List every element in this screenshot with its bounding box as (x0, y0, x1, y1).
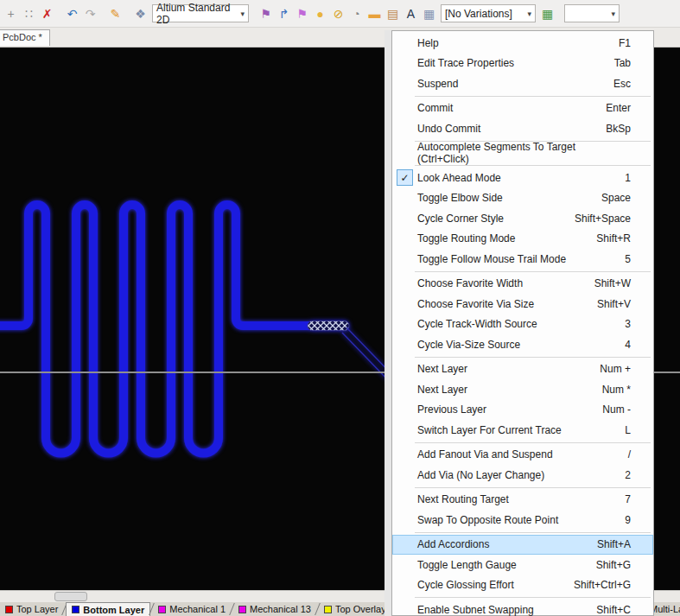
menu-item-shortcut: BkSp (606, 123, 646, 135)
empty-dropdown[interactable]: ▾ (564, 4, 620, 22)
delete-cross-icon[interactable]: ✗ (39, 5, 55, 22)
layer-tab-mechanical-13[interactable]: Mechanical 13 (233, 602, 316, 616)
menu-item-label: Add Accordions (417, 538, 588, 550)
menu-item-label: Edit Trace Properties (417, 57, 606, 69)
menu-item-next-layer[interactable]: Next LayerNum * (392, 379, 653, 400)
horizontal-scrollbar-thumb[interactable] (54, 592, 87, 601)
variations-dropdown[interactable]: [No Variations] ▾ (441, 4, 536, 22)
menu-item-shortcut: / (628, 448, 646, 460)
menu-item-label: Undo Commit (417, 123, 597, 135)
accordion-trace (0, 205, 308, 454)
toolbar-tail-icon-group: ▦ (538, 5, 562, 22)
interactive-routing-flag-icon[interactable]: ⚑ (257, 5, 274, 22)
menu-separator-line (415, 597, 651, 598)
menu-item-add-via-no-layer-change[interactable]: Add Via (No Layer Change)2 (392, 465, 653, 486)
layer-tab-label: Mechanical 13 (250, 604, 311, 614)
checkmark-icon: ✓ (397, 169, 413, 186)
layer-tab-label: Bottom Layer (83, 605, 144, 615)
menu-item-toggle-routing-mode[interactable]: Toggle Routing ModeShift+R (392, 229, 653, 250)
menu-item-shortcut: Shift+Space (575, 213, 646, 225)
menu-item-label: Next Routing Target (417, 493, 616, 505)
menu-item-enable-subnet-swapping[interactable]: Enable Subnet SwappingShift+C (392, 600, 653, 616)
menu-separator-line (415, 442, 651, 443)
menu-item-shortcut: Space (601, 192, 646, 204)
board-insight-icon[interactable]: ❖ (132, 5, 149, 22)
menu-separator-line (415, 532, 651, 533)
menu-item-gutter: ✓ (392, 169, 417, 186)
menu-item-label: Add Fanout Via and Suspend (417, 448, 620, 460)
menu-item-label: Previous Layer (417, 403, 594, 416)
menu-item-label: Choose Favorite Width (417, 277, 586, 289)
pad-rect-icon[interactable]: ▬ (366, 5, 383, 22)
menu-item-shortcut: 5 (625, 253, 646, 265)
menu-item-choose-favorite-via-size[interactable]: Choose Favorite Via SizeShift+V (392, 294, 653, 314)
route-select-arrow-icon[interactable]: ↱ (276, 5, 292, 22)
menu-separator-line (415, 487, 651, 488)
layer-color-swatch (158, 606, 166, 613)
variant-chip-icon[interactable]: ▦ (539, 5, 556, 22)
context-menu-shadow (384, 30, 391, 616)
layer-tab-top-overlay[interactable]: Top Overlay (319, 602, 391, 616)
key-icon[interactable]: ⊘ (330, 5, 346, 22)
routing-conflict-flag-icon[interactable]: ⚑ (294, 5, 310, 22)
menu-item-cycle-glossing-effort[interactable]: Cycle Glossing EffortShift+Ctrl+G (392, 575, 653, 596)
menu-item-undo-commit[interactable]: Undo CommitBkSp (392, 118, 653, 139)
menu-separator-line (415, 96, 651, 97)
menu-item-cycle-corner-style[interactable]: Cycle Corner StyleShift+Space (392, 208, 653, 229)
redo-icon[interactable]: ↷ (82, 5, 99, 22)
crosshair-icon[interactable]: + (3, 5, 19, 22)
view-mode-dropdown[interactable]: Altium Standard 2D ▾ (152, 4, 249, 22)
layer-tab-bottom-layer[interactable]: Bottom Layer (66, 602, 150, 616)
menu-item-autocomplete-segments-to-target-ctrl-click[interactable]: Autocomplete Segments To Target (Ctrl+Cl… (392, 143, 653, 164)
menu-item-shortcut: Shift+C (596, 604, 646, 616)
menu-item-label: Add Via (No Layer Change) (417, 469, 616, 481)
menu-item-label: Toggle Elbow Side (417, 192, 593, 204)
menu-item-label: Cycle Corner Style (417, 213, 566, 225)
menu-item-help[interactable]: HelpF1 (392, 33, 653, 54)
menu-item-suspend[interactable]: SuspendEsc (392, 73, 653, 94)
menu-item-shortcut: Shift+Ctrl+G (574, 579, 646, 591)
chevron-down-icon[interactable]: ▾ (522, 10, 531, 18)
menu-item-choose-favorite-width[interactable]: Choose Favorite WidthShift+W (392, 274, 653, 295)
layer-tab-label: Top Overlay (335, 604, 386, 614)
gauge-icon[interactable]: ◔ (348, 5, 365, 22)
menu-item-shortcut: Shift+W (594, 277, 646, 289)
menu-item-add-fanout-via-and-suspend[interactable]: Add Fanout Via and Suspend/ (392, 445, 653, 466)
menu-item-toggle-follow-mouse-trail-mode[interactable]: Toggle Follow Mouse Trail Mode5 (392, 249, 653, 270)
menu-item-next-layer[interactable]: Next LayerNum + (392, 359, 653, 380)
layer-tab-label: Mechanical 1 (169, 604, 226, 614)
menu-item-edit-trace-properties[interactable]: Edit Trace PropertiesTab (392, 54, 653, 74)
snap-point-icon[interactable]: ∷ (21, 5, 37, 22)
chevron-down-icon[interactable]: ▾ (606, 10, 615, 18)
menu-item-label: Next Layer (417, 363, 591, 375)
menu-item-toggle-length-gauge[interactable]: Toggle Length GaugeShift+G (392, 555, 653, 575)
menu-separator-line (415, 357, 651, 358)
menu-item-cycle-via-size-source[interactable]: Cycle Via-Size Source4 (392, 334, 653, 355)
menu-item-switch-layer-for-current-trace[interactable]: Switch Layer For Current TraceL (392, 420, 653, 441)
menu-item-label: Cycle Via-Size Source (417, 339, 616, 351)
layer-tab-mechanical-1[interactable]: Mechanical 1 (153, 602, 231, 616)
component-chip-icon[interactable]: ▦ (421, 5, 437, 22)
menu-item-next-routing-target[interactable]: Next Routing Target7 (392, 490, 653, 511)
undo-icon[interactable]: ↶ (64, 5, 80, 22)
menu-item-look-ahead-mode[interactable]: ✓Look Ahead Mode1 (392, 168, 653, 188)
menu-item-swap-to-opposite-route-point[interactable]: Swap To Opposite Route Point9 (392, 510, 653, 530)
pencil-icon[interactable]: ✎ (107, 5, 124, 22)
layer-tab-top-layer[interactable]: Top Layer (0, 602, 63, 616)
document-tab-pcbdoc[interactable]: PcbDoc * (0, 29, 50, 46)
uncommitted-trace-segment (308, 321, 349, 331)
via-dot-icon[interactable]: ● (312, 5, 328, 22)
menu-item-shortcut: Shift+V (597, 298, 646, 310)
menu-item-cycle-track-width-source[interactable]: Cycle Track-Width Source3 (392, 314, 653, 335)
text-tool-icon[interactable]: A (403, 5, 419, 22)
chevron-down-icon[interactable]: ▾ (235, 10, 245, 18)
menu-item-add-accordions[interactable]: Add AccordionsShift+A (392, 535, 653, 556)
interactive-routing-context-menu: HelpF1Edit Trace PropertiesTabSuspendEsc… (391, 30, 654, 616)
menu-item-shortcut: Num - (602, 403, 646, 416)
menu-item-label: Look Ahead Mode (417, 172, 616, 184)
menu-item-previous-layer[interactable]: Previous LayerNum - (392, 400, 653, 421)
menu-item-commit[interactable]: CommitEnter (392, 98, 653, 119)
menu-item-shortcut: 1 (625, 172, 646, 184)
brick-stack-icon[interactable]: ▤ (384, 5, 401, 22)
menu-item-toggle-elbow-side[interactable]: Toggle Elbow SideSpace (392, 188, 653, 209)
